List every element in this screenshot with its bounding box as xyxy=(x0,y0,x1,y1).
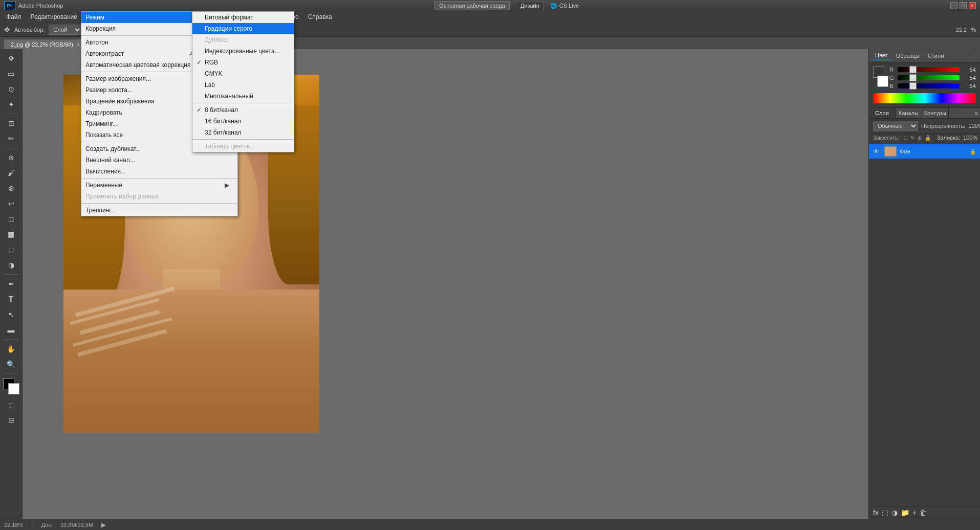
eyedropper-tool[interactable]: ✏ xyxy=(3,131,19,146)
history-brush-tool[interactable]: ↩ xyxy=(3,196,19,211)
lock-position-icon[interactable]: ⊕ xyxy=(918,135,922,141)
b-slider[interactable] xyxy=(898,83,960,89)
indexed-submenu-item[interactable]: Индексированные цвета... xyxy=(192,46,294,57)
quick-mask-tool[interactable]: ⬚ xyxy=(3,398,19,412)
menu-file[interactable]: Файл xyxy=(2,11,26,23)
shape-tool[interactable]: ▬ xyxy=(3,323,19,337)
dodge-tool[interactable]: ◑ xyxy=(3,258,19,272)
r-channel-row: R 54 xyxy=(889,67,976,73)
bitmap-submenu-item[interactable]: Битовый формат xyxy=(192,12,294,23)
32bit-submenu-item[interactable]: 32 бит/канал xyxy=(192,127,294,138)
tab-label: 2.jpg @ 22,2% (RGB/8#) xyxy=(11,41,73,48)
layer-group-button[interactable]: 📁 xyxy=(901,509,909,517)
panel-menu-icon[interactable]: ≡ xyxy=(973,53,976,59)
paths-tab[interactable]: Контуры xyxy=(922,108,949,118)
trimming-label: Тримминг... xyxy=(85,120,118,127)
design-button[interactable]: Дизайн xyxy=(516,1,544,10)
image-tab[interactable]: 2.jpg @ 22,2% (RGB/8#) ✕ xyxy=(4,39,87,49)
b-value: 54 xyxy=(962,83,976,89)
styles-tab[interactable]: Стили xyxy=(926,52,946,60)
bitmap-label: Битовый формат xyxy=(205,14,253,21)
trapping-menu-item[interactable]: Треппинг... xyxy=(81,205,237,216)
swatches-tab[interactable]: Образцы xyxy=(894,52,922,60)
magic-wand-tool[interactable]: ✦ xyxy=(3,97,19,112)
lab-label: Lab xyxy=(205,81,215,89)
move-tool[interactable]: ✥ xyxy=(3,51,19,65)
rgb-submenu-item[interactable]: ✓ RGB xyxy=(192,57,294,68)
crop-tool[interactable]: ⊡ xyxy=(3,116,19,130)
multichannel-submenu-item[interactable]: Многоканальный xyxy=(192,91,294,102)
lock-transparent-icon[interactable]: □ xyxy=(904,135,907,141)
duplex-submenu-item: Дуплекс xyxy=(192,34,294,46)
layer-item[interactable]: 👁 Фон 🔒 xyxy=(869,144,980,159)
layer-new-button[interactable]: + xyxy=(912,509,917,517)
lock-label: Закрепить: xyxy=(873,135,899,141)
autovybor-select[interactable]: Слой Группа xyxy=(49,25,82,35)
text-tool[interactable]: T xyxy=(3,292,19,306)
hand-tool[interactable]: ✋ xyxy=(3,342,19,356)
r-slider[interactable] xyxy=(898,67,960,72)
layer-fx-button[interactable]: fx xyxy=(873,509,879,517)
color-tab[interactable]: Цвет xyxy=(873,51,890,60)
close-button[interactable]: ✕ xyxy=(969,2,976,9)
g-slider[interactable] xyxy=(898,75,960,80)
separator-4 xyxy=(81,178,237,179)
layer-delete-button[interactable]: 🗑 xyxy=(920,509,927,517)
clone-tool[interactable]: ⊗ xyxy=(3,181,19,195)
pen-tool[interactable]: ✒ xyxy=(3,277,19,291)
lock-all-icon[interactable]: 🔒 xyxy=(925,135,931,141)
gradient-tool[interactable]: ▦ xyxy=(3,227,19,241)
bg-color-swatch[interactable] xyxy=(877,76,888,87)
tab-close-button[interactable]: ✕ xyxy=(76,42,80,48)
rgb-label: RGB xyxy=(205,59,218,66)
brush-tool[interactable]: 🖌 xyxy=(3,166,19,180)
doc-value: 33,8M/33,8M xyxy=(60,522,93,528)
8bit-submenu-item[interactable]: ✓ 8 бит/канал xyxy=(192,104,294,116)
healing-tool[interactable]: ⊕ xyxy=(3,150,19,165)
maximize-button[interactable]: □ xyxy=(960,2,967,9)
layers-options: Обычные Умножение Экран Непрозрачность: … xyxy=(869,119,980,134)
16bit-submenu-item[interactable]: 16 бит/канал xyxy=(192,116,294,127)
portrait-body xyxy=(63,290,319,433)
avtokontrast-label: Автоконтраст xyxy=(85,50,124,57)
minimize-button[interactable]: — xyxy=(950,2,957,9)
layers-tab[interactable]: Слои xyxy=(869,108,896,118)
layers-menu-icon[interactable]: ≡ xyxy=(973,108,980,118)
blur-tool[interactable]: ◌ xyxy=(3,242,19,257)
doc-label: Док: xyxy=(41,522,52,528)
blend-mode-select[interactable]: Обычные Умножение Экран xyxy=(873,121,918,131)
path-selection-tool[interactable]: ↖ xyxy=(3,307,19,322)
stripe-1 xyxy=(75,286,175,317)
nav-arrow-icon[interactable]: ▶ xyxy=(101,521,106,528)
ext-channel-menu-item[interactable]: Внешний канал... xyxy=(81,154,237,166)
color-spectrum-bar[interactable] xyxy=(873,93,976,103)
background-color[interactable] xyxy=(8,383,19,394)
lab-submenu-item[interactable]: Lab xyxy=(192,79,294,91)
zoom-tool[interactable]: 🔍 xyxy=(3,357,19,371)
channels-tab[interactable]: Каналы xyxy=(896,108,922,118)
layer-name: Фон xyxy=(900,148,967,154)
eraser-tool[interactable]: ◻ xyxy=(3,212,19,226)
color-selector[interactable] xyxy=(3,378,19,394)
cmyk-submenu-item[interactable]: CMYK xyxy=(192,68,294,79)
marquee-tool[interactable]: ▭ xyxy=(3,67,19,81)
lasso-tool[interactable]: ⊙ xyxy=(3,82,19,96)
layer-visibility-icon[interactable]: 👁 xyxy=(873,148,881,155)
calculations-label: Вычисления... xyxy=(85,168,126,175)
indexed-label: Индексированные цвета... xyxy=(205,48,280,55)
menu-edit[interactable]: Редактирование xyxy=(27,11,81,23)
screen-mode-tool[interactable]: ⊟ xyxy=(3,413,19,427)
image-size-label: Размер изображения... xyxy=(85,75,151,82)
layer-adjustment-button[interactable]: ◑ xyxy=(891,509,898,517)
lock-image-icon[interactable]: ✎ xyxy=(910,135,914,141)
title-bar-left: Ps Adobe Photoshop xyxy=(4,1,63,10)
variables-menu-item[interactable]: Переменные ▶ xyxy=(81,180,237,191)
menu-help[interactable]: Справка xyxy=(304,11,336,23)
grayscale-submenu-item[interactable]: Градации серого xyxy=(192,23,294,34)
calculations-menu-item[interactable]: Вычисления... xyxy=(81,166,237,177)
korrekciya-label: Коррекция xyxy=(85,25,116,32)
workspace-button[interactable]: Основная рабочая среда xyxy=(434,1,510,10)
autovybor-label: Автовыбор: xyxy=(14,27,45,33)
cmyk-label: CMYK xyxy=(205,70,223,77)
layer-mask-button[interactable]: ⬚ xyxy=(882,509,888,517)
